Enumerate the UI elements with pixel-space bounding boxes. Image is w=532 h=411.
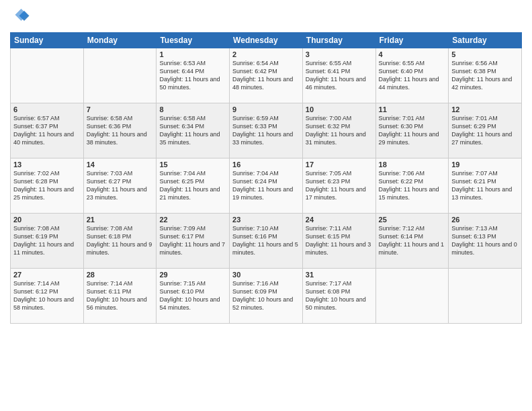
day-cell: 14Sunrise: 7:03 AM Sunset: 6:27 PM Dayli… [83,158,157,214]
day-info: Sunrise: 6:58 AM Sunset: 6:34 PM Dayligh… [159,114,226,147]
day-number: 20 [13,216,81,224]
col-header-monday: Monday [83,33,157,48]
day-info: Sunrise: 7:14 AM Sunset: 6:12 PM Dayligh… [13,279,81,312]
day-cell: 19Sunrise: 7:07 AM Sunset: 6:21 PM Dayli… [449,158,522,214]
day-number: 5 [451,50,519,58]
day-info: Sunrise: 7:05 AM Sunset: 6:23 PM Dayligh… [306,169,373,202]
logo [10,7,32,27]
day-info: Sunrise: 7:04 AM Sunset: 6:24 PM Dayligh… [232,169,300,202]
day-info: Sunrise: 7:10 AM Sunset: 6:16 PM Dayligh… [232,224,300,257]
logo-icon [10,7,30,27]
day-cell: 11Sunrise: 7:01 AM Sunset: 6:30 PM Dayli… [375,103,449,158]
day-cell: 30Sunrise: 7:16 AM Sunset: 6:09 PM Dayli… [230,269,303,324]
day-number: 14 [87,161,154,169]
day-info: Sunrise: 7:08 AM Sunset: 6:18 PM Dayligh… [87,224,154,257]
day-info: Sunrise: 7:16 AM Sunset: 6:09 PM Dayligh… [232,279,300,312]
day-cell: 13Sunrise: 7:02 AM Sunset: 6:28 PM Dayli… [11,158,84,214]
day-info: Sunrise: 6:55 AM Sunset: 6:40 PM Dayligh… [379,59,446,92]
day-info: Sunrise: 6:57 AM Sunset: 6:37 PM Dayligh… [13,114,81,147]
day-number: 29 [159,271,226,279]
day-info: Sunrise: 7:02 AM Sunset: 6:28 PM Dayligh… [13,169,81,202]
day-info: Sunrise: 7:12 AM Sunset: 6:14 PM Dayligh… [379,224,446,257]
day-cell: 9Sunrise: 6:59 AM Sunset: 6:33 PM Daylig… [230,103,303,158]
day-info: Sunrise: 6:53 AM Sunset: 6:44 PM Dayligh… [159,59,226,92]
day-cell: 27Sunrise: 7:14 AM Sunset: 6:12 PM Dayli… [11,269,84,324]
day-cell: 1Sunrise: 6:53 AM Sunset: 6:44 PM Daylig… [157,48,230,103]
day-cell: 17Sunrise: 7:05 AM Sunset: 6:23 PM Dayli… [302,158,375,214]
day-cell: 20Sunrise: 7:08 AM Sunset: 6:19 PM Dayli… [11,214,84,269]
day-info: Sunrise: 7:07 AM Sunset: 6:21 PM Dayligh… [451,169,519,202]
day-cell: 31Sunrise: 7:17 AM Sunset: 6:08 PM Dayli… [302,269,375,324]
day-cell: 21Sunrise: 7:08 AM Sunset: 6:18 PM Dayli… [83,214,157,269]
day-cell: 26Sunrise: 7:13 AM Sunset: 6:13 PM Dayli… [449,214,522,269]
day-info: Sunrise: 7:01 AM Sunset: 6:30 PM Dayligh… [379,114,446,147]
day-number: 23 [232,216,300,224]
day-number: 2 [232,50,300,58]
day-cell: 25Sunrise: 7:12 AM Sunset: 6:14 PM Dayli… [375,214,449,269]
day-number: 22 [159,216,226,224]
week-row-1: 1Sunrise: 6:53 AM Sunset: 6:44 PM Daylig… [11,48,522,103]
day-info: Sunrise: 7:17 AM Sunset: 6:08 PM Dayligh… [306,279,373,312]
day-number: 6 [13,105,81,113]
day-number: 24 [306,216,373,224]
day-info: Sunrise: 7:13 AM Sunset: 6:13 PM Dayligh… [451,224,519,257]
day-info: Sunrise: 6:59 AM Sunset: 6:33 PM Dayligh… [232,114,300,147]
day-number: 12 [451,105,519,113]
day-cell: 29Sunrise: 7:15 AM Sunset: 6:10 PM Dayli… [157,269,230,324]
col-header-wednesday: Wednesday [230,33,303,48]
day-info: Sunrise: 6:55 AM Sunset: 6:41 PM Dayligh… [306,59,373,92]
day-number: 26 [451,216,519,224]
week-row-5: 27Sunrise: 7:14 AM Sunset: 6:12 PM Dayli… [11,269,522,324]
day-cell: 8Sunrise: 6:58 AM Sunset: 6:34 PM Daylig… [157,103,230,158]
header-row: SundayMondayTuesdayWednesdayThursdayFrid… [11,33,522,48]
week-row-4: 20Sunrise: 7:08 AM Sunset: 6:19 PM Dayli… [11,214,522,269]
day-info: Sunrise: 7:01 AM Sunset: 6:29 PM Dayligh… [451,114,519,147]
day-cell: 28Sunrise: 7:14 AM Sunset: 6:11 PM Dayli… [83,269,157,324]
day-number: 9 [232,105,300,113]
day-cell: 10Sunrise: 7:00 AM Sunset: 6:32 PM Dayli… [302,103,375,158]
day-info: Sunrise: 7:03 AM Sunset: 6:27 PM Dayligh… [87,169,154,202]
day-number: 3 [306,50,373,58]
col-header-sunday: Sunday [11,33,84,48]
day-cell: 5Sunrise: 6:56 AM Sunset: 6:38 PM Daylig… [449,48,522,103]
day-cell: 22Sunrise: 7:09 AM Sunset: 6:17 PM Dayli… [157,214,230,269]
day-cell: 16Sunrise: 7:04 AM Sunset: 6:24 PM Dayli… [230,158,303,214]
page: SundayMondayTuesdayWednesdayThursdayFrid… [0,0,532,330]
day-number: 17 [306,161,373,169]
day-cell: 3Sunrise: 6:55 AM Sunset: 6:41 PM Daylig… [302,48,375,103]
day-number: 27 [13,271,81,279]
day-number: 7 [87,105,154,113]
day-number: 15 [159,161,226,169]
day-number: 30 [232,271,300,279]
day-number: 16 [232,161,300,169]
day-number: 19 [451,161,519,169]
day-number: 10 [306,105,373,113]
col-header-thursday: Thursday [302,33,375,48]
day-info: Sunrise: 6:56 AM Sunset: 6:38 PM Dayligh… [451,59,519,92]
week-row-3: 13Sunrise: 7:02 AM Sunset: 6:28 PM Dayli… [11,158,522,214]
day-info: Sunrise: 6:58 AM Sunset: 6:36 PM Dayligh… [87,114,154,147]
day-info: Sunrise: 7:00 AM Sunset: 6:32 PM Dayligh… [306,114,373,147]
day-cell: 2Sunrise: 6:54 AM Sunset: 6:42 PM Daylig… [230,48,303,103]
day-cell: 15Sunrise: 7:04 AM Sunset: 6:25 PM Dayli… [157,158,230,214]
day-info: Sunrise: 6:54 AM Sunset: 6:42 PM Dayligh… [232,59,300,92]
day-number: 31 [306,271,373,279]
day-info: Sunrise: 7:08 AM Sunset: 6:19 PM Dayligh… [13,224,81,257]
day-number: 21 [87,216,154,224]
day-cell [375,269,449,324]
day-info: Sunrise: 7:09 AM Sunset: 6:17 PM Dayligh… [159,224,226,257]
day-cell: 6Sunrise: 6:57 AM Sunset: 6:37 PM Daylig… [11,103,84,158]
col-header-friday: Friday [375,33,449,48]
day-info: Sunrise: 7:04 AM Sunset: 6:25 PM Dayligh… [159,169,226,202]
day-cell [11,48,84,103]
day-cell: 24Sunrise: 7:11 AM Sunset: 6:15 PM Dayli… [302,214,375,269]
day-number: 1 [159,50,226,58]
day-info: Sunrise: 7:06 AM Sunset: 6:22 PM Dayligh… [379,169,446,202]
day-cell: 7Sunrise: 6:58 AM Sunset: 6:36 PM Daylig… [83,103,157,158]
day-info: Sunrise: 7:11 AM Sunset: 6:15 PM Dayligh… [306,224,373,257]
col-header-tuesday: Tuesday [157,33,230,48]
day-info: Sunrise: 7:15 AM Sunset: 6:10 PM Dayligh… [159,279,226,312]
day-cell: 12Sunrise: 7:01 AM Sunset: 6:29 PM Dayli… [449,103,522,158]
day-number: 8 [159,105,226,113]
day-number: 28 [87,271,154,279]
